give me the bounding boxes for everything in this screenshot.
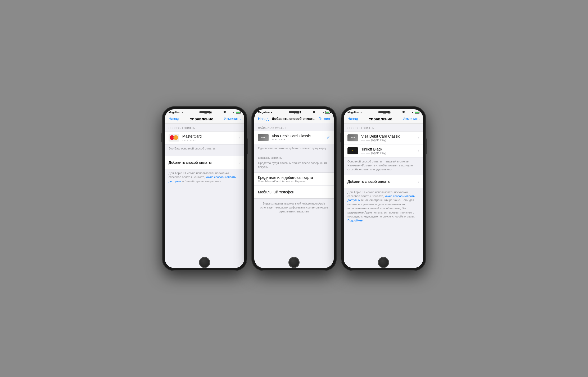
status-right-2: ▲ [322, 111, 330, 114]
add-payment-group-1: Добавить способ оплаты › [165, 156, 244, 169]
mastercard-chevron: › [239, 136, 241, 140]
credit-card-content: Кредитная или дебетовая карта Visa, Mast… [258, 175, 330, 183]
add-payment-group-3: Добавить способ оплаты › [344, 175, 423, 188]
visa-content-3: Visa Debit Card Classic •••• •••• (Apple… [361, 134, 416, 142]
payment-list-3: VISA Visa Debit Card Classic •••• •••• (… [344, 131, 423, 157]
carrier-2: MegaFon [258, 111, 270, 114]
phone-1-screen: MegaFon ▲ 19:56 ▲ Назад Управление Измен… [165, 109, 244, 268]
mastercard-content: MasterCard •••• •••• [182, 134, 237, 142]
visa-thumb-3: VISA [347, 134, 358, 141]
navbar-3: Назад Управление Изменить [344, 115, 423, 124]
status-left-3: MegaFon ▲ [347, 111, 362, 114]
nav-title-2: Добавить способ оплаты [272, 117, 315, 121]
nav-title-3: Управление [369, 117, 392, 121]
visa-chevron-3: › [418, 136, 419, 140]
status-right-3: ▲ [411, 111, 419, 114]
payment-list-1: MasterCard •••• •••• › [165, 131, 244, 144]
add-payment-item-1[interactable]: Добавить способ оплаты › [165, 156, 244, 169]
carrier-1: MegaFon [169, 111, 180, 114]
wallet-note: Одновременно можно добавить только одну … [254, 144, 334, 153]
mobile-phone-content: Мобильный телефон [258, 190, 330, 194]
phones-container: MegaFon ▲ 19:56 ▲ Назад Управление Измен… [162, 107, 426, 271]
phone-1: MegaFon ▲ 19:56 ▲ Назад Управление Измен… [162, 107, 247, 271]
status-right-1: ▲ [233, 111, 241, 114]
security-footer-2: В целях защиты персональной информации A… [254, 199, 334, 216]
credit-card-title: Кредитная или дебетовая карта [258, 175, 330, 180]
action-button-1[interactable]: Изменить [224, 117, 241, 121]
status-left-1: MegaFon ▲ [169, 111, 183, 114]
mastercard-icon [169, 134, 179, 142]
back-button-2[interactable]: Назад [258, 117, 269, 121]
navbar-1: Назад Управление Изменить [165, 115, 244, 124]
status-left-2: MegaFon ▲ [258, 111, 273, 114]
back-button-1[interactable]: Назад [169, 117, 179, 121]
navbar-2: Назад Добавить способ оплаты Готово [254, 115, 334, 123]
camera-1 [224, 111, 226, 113]
wallet-section-header: НАЙДЕНО В WALLET [254, 123, 334, 131]
more-link-3[interactable]: Подробнее [347, 219, 363, 222]
phone-2: MegaFon ▲ 19:57 ▲ Назад Добавить способ … [252, 107, 336, 271]
add-payment-content-1: Добавить способ оплаты [169, 160, 237, 165]
mobile-phone-item[interactable]: Мобильный телефон [254, 186, 334, 198]
home-button-2[interactable] [288, 257, 300, 268]
camera-2 [313, 111, 315, 113]
back-button-3[interactable]: Назад [347, 117, 358, 121]
tinkoff-icon-3: T [347, 147, 358, 155]
tinkoff-mask-3: •••• •••• (Apple Pay) [361, 151, 416, 155]
wifi-icon-3: ▲ [360, 111, 362, 114]
add-payment-content-3: Добавить способ оплаты [347, 179, 416, 184]
wifi-icon-1: ▲ [181, 111, 183, 114]
battery-fill-2 [326, 112, 329, 113]
speaker-1 [199, 111, 210, 113]
tinkoff-content-3: Tinkoff Black •••• •••• (Apple Pay) [361, 147, 416, 155]
primary-label-1: Это Ваш основной способ оплаты. [165, 144, 244, 154]
home-button-3[interactable] [378, 257, 389, 268]
info-text-3: Основной способ оплаты — первый в списке… [344, 157, 423, 175]
speaker-2 [289, 111, 299, 113]
section-header-1: СПОСОБЫ ОПЛАТЫ [165, 124, 244, 131]
mobile-phone-title: Мобильный телефон [258, 190, 330, 194]
mc-right [173, 135, 178, 140]
nav-title-1: Управление [190, 117, 213, 121]
payment-section-header: СПОСОБ ОПЛАТЫ [254, 153, 334, 161]
credit-card-subtitle: Visa, MasterCard, American Express [258, 180, 330, 183]
mastercard-mask: •••• •••• [182, 138, 237, 142]
tinkoff-chevron-3: › [418, 149, 419, 153]
visa-wallet-icon: VISA [258, 134, 269, 141]
content-2: НАЙДЕНО В WALLET VISA Visa Debit Card Cl… [254, 123, 334, 268]
mastercard-name: MasterCard [182, 134, 237, 138]
visa-item-3[interactable]: VISA Visa Debit Card Classic •••• •••• (… [344, 131, 423, 144]
footer-1: Для Apple ID можно использовать нескольк… [165, 169, 244, 187]
tinkoff-item-3[interactable]: T Tinkoff Black •••• •••• (Apple Pay) › [344, 144, 423, 157]
mastercard-item[interactable]: MasterCard •••• •••• › [165, 131, 244, 144]
carrier-3: MegaFon [347, 111, 359, 114]
tinkoff-thumb-3: T [347, 147, 358, 154]
visa-mask-3: •••• •••• (Apple Pay) [361, 138, 416, 142]
payment-methods-list: Кредитная или дебетовая карта Visa, Mast… [254, 172, 334, 199]
signal-icon-1: ▲ [233, 111, 235, 114]
add-payment-label-1: Добавить способ оплаты [169, 160, 237, 165]
visa-wallet-item[interactable]: VISA Visa Debit Card Classic •••• •••• ✓ [254, 131, 334, 144]
credit-card-item[interactable]: Кредитная или дебетовая карта Visa, Mast… [254, 173, 334, 186]
action-button-2[interactable]: Готово [319, 117, 330, 121]
content-1: СПОСОБЫ ОПЛАТЫ MasterCard •••• •••• [165, 124, 244, 268]
mc-circles [170, 135, 178, 140]
battery-3 [415, 111, 419, 114]
wifi-icon-2: ▲ [270, 111, 273, 114]
wallet-list: VISA Visa Debit Card Classic •••• •••• ✓ [254, 131, 334, 144]
add-payment-item-3[interactable]: Добавить способ оплаты › [344, 175, 423, 188]
home-button-1[interactable] [199, 257, 210, 268]
signal-icon-2: ▲ [322, 111, 324, 114]
visa-name-3: Visa Debit Card Classic [361, 134, 416, 138]
tinkoff-name-3: Tinkoff Black [361, 147, 416, 151]
battery-fill-3 [415, 112, 419, 113]
footer-3: Для Apple ID можно использовать нескольк… [344, 188, 423, 226]
content-3: СПОСОБЫ ОПЛАТЫ VISA Visa Debit Card Clas… [344, 124, 423, 268]
action-button-3[interactable]: Изменить [403, 117, 419, 121]
visa-wallet-mask: •••• •••• [272, 138, 324, 141]
battery-1 [236, 111, 241, 114]
add-payment-label-3: Добавить способ оплаты [347, 179, 416, 184]
visa-wallet-content: Visa Debit Card Classic •••• •••• [272, 134, 324, 141]
payment-note: Средства будут списаны только после сове… [254, 161, 334, 172]
section-header-3: СПОСОБЫ ОПЛАТЫ [344, 124, 423, 131]
